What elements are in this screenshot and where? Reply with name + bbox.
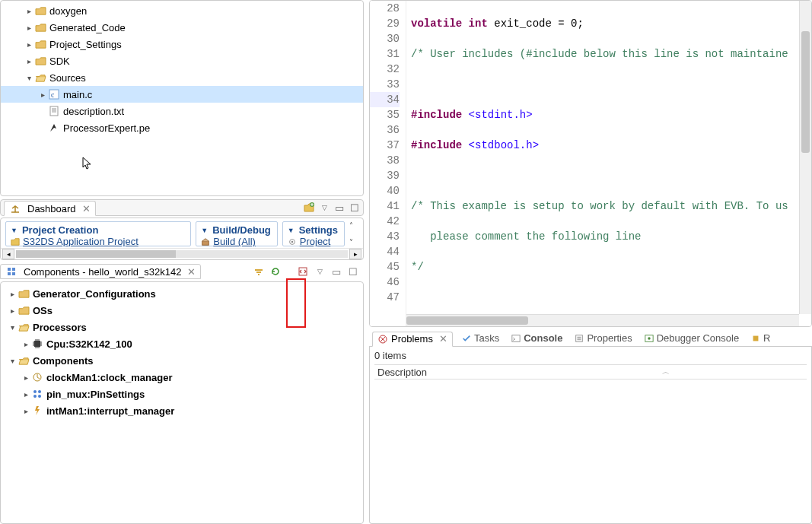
tab-console[interactable]: Console	[508, 332, 565, 344]
tree-item-main-c[interactable]: ▸ c main.c	[1, 86, 363, 103]
tree-label: Cpu:S32K142_100	[46, 338, 132, 350]
tree-item-doxygen[interactable]: ▸ doxygen	[1, 2, 363, 19]
scroll-left-icon[interactable]: ◂	[2, 249, 14, 259]
tab-problems[interactable]: Problems ✕	[372, 332, 453, 347]
tree-label: Sources	[49, 72, 86, 84]
tree-label: OSs	[33, 305, 53, 316]
tab-tasks[interactable]: Tasks	[459, 332, 502, 344]
refresh-icon[interactable]	[269, 265, 282, 278]
dash-card-project-creation[interactable]: ▼Project Creation S32DS Application Proj…	[5, 221, 191, 246]
expand-icon[interactable]: ▸	[24, 22, 34, 33]
folder-open-icon	[18, 354, 30, 367]
editor-text[interactable]: volatile int exit_code = 0; /* User incl…	[406, 1, 811, 326]
expand-icon[interactable]: ▸	[7, 288, 18, 299]
minimize-icon[interactable]: ▭	[334, 202, 345, 213]
comp-item-oss[interactable]: ▸ OSs	[1, 302, 363, 319]
tree-label: Project_Settings	[49, 39, 122, 50]
expand-icon[interactable]: ▸	[7, 305, 18, 316]
cfile-icon: c	[48, 88, 60, 100]
collapse-icon[interactable]: ▾	[24, 72, 34, 83]
dashboard-body: ▼Project Creation S32DS Application Proj…	[0, 218, 364, 260]
minimize-icon[interactable]: ▭	[330, 265, 342, 278]
dash-card-build-debug[interactable]: ▼Build/Debug Build (All)	[196, 221, 277, 246]
view-menu-icon[interactable]: ▽	[314, 265, 326, 278]
tree-item-sdk[interactable]: ▸ SDK	[1, 52, 363, 69]
comp-item-interrupt[interactable]: ▸ intMan1:interrupt_manager	[1, 402, 363, 419]
editor-hscrollbar[interactable]	[406, 314, 799, 326]
dashboard-hscrollbar[interactable]: ◂ ▸	[1, 248, 363, 259]
tab-properties[interactable]: Properties	[572, 332, 635, 344]
problems-count: 0 items	[374, 350, 807, 364]
code-editor[interactable]: 28 29 30 31 32 33 34 35 36 37 38 39 40 4…	[369, 0, 812, 327]
processor-expert-icon	[48, 122, 60, 134]
folder-icon	[34, 21, 46, 33]
expand-icon[interactable]: ▸	[21, 338, 31, 349]
tree-item-project-settings[interactable]: ▸ Project_Settings	[1, 36, 363, 52]
maximize-icon[interactable]: ☐	[347, 265, 359, 278]
expand-icon[interactable]: ▸	[24, 5, 34, 16]
expand-icon[interactable]: ▸	[24, 39, 34, 49]
collapse-icon[interactable]: ▾	[7, 322, 18, 332]
expand-icon[interactable]: ▸	[37, 89, 48, 100]
dash-card-settings[interactable]: ▼Settings Project	[282, 221, 345, 246]
tree-label: doxygen	[49, 5, 87, 17]
scroll-down-icon[interactable]: ˅	[349, 238, 358, 246]
tree-item-processor-expert[interactable]: ▸ ProcessorExpert.pe	[1, 119, 363, 136]
tab-label: Problems	[391, 333, 433, 345]
svg-point-20	[33, 390, 37, 393]
close-icon[interactable]: ✕	[82, 203, 91, 214]
comp-item-components[interactable]: ▾ Components	[1, 352, 363, 369]
expand-icon[interactable]: ▸	[21, 372, 31, 383]
close-icon[interactable]: ✕	[439, 333, 447, 345]
dashboard-icon	[9, 202, 21, 214]
scroll-right-icon[interactable]: ▸	[349, 249, 361, 259]
tab-label: Debugger Console	[657, 332, 739, 344]
comp-item-processors[interactable]: ▾ Processors	[1, 319, 363, 335]
close-icon[interactable]: ✕	[187, 266, 196, 278]
components-icon	[5, 265, 18, 278]
tab-r[interactable]: R	[748, 332, 773, 344]
dash-link-label: S32DS Application Project	[23, 236, 139, 246]
expand-icon[interactable]: ▸	[21, 389, 31, 399]
project-explorer: ▸ doxygen ▸ Generated_Code ▸ Project_Set…	[0, 0, 364, 196]
comp-item-pinmux[interactable]: ▸ pin_mux:PinSettings	[1, 386, 363, 402]
collapse-icon[interactable]: ▾	[7, 355, 18, 366]
editor-gutter: 28 29 30 31 32 33 34 35 36 37 38 39 40 4…	[370, 1, 406, 326]
maximize-icon[interactable]: ☐	[349, 202, 360, 213]
comp-item-generator-configurations[interactable]: ▸ Generator_Configurations	[1, 285, 363, 302]
tree-item-generated-code[interactable]: ▸ Generated_Code	[1, 19, 363, 36]
tab-debugger-console[interactable]: Debugger Console	[642, 332, 742, 344]
expand-icon[interactable]: ▸	[24, 56, 34, 66]
comp-item-cpu[interactable]: ▸ Cpu:S32K142_100	[1, 335, 363, 352]
filter-icon[interactable]	[253, 265, 265, 278]
dashboard-tab[interactable]: Dashboard ✕	[4, 201, 96, 216]
svg-rect-2	[50, 106, 58, 116]
svg-point-9	[291, 240, 293, 243]
tab-label: Console	[524, 332, 562, 344]
svg-point-31	[648, 337, 650, 339]
expand-icon[interactable]: ▸	[21, 405, 31, 416]
components-tab[interactable]: Components - hello_world_s32k142 ✕	[0, 264, 201, 279]
tree-item-description[interactable]: ▸ description.txt	[1, 103, 363, 119]
tree-label: description.txt	[63, 106, 124, 117]
new-project-icon[interactable]	[304, 202, 314, 213]
problems-columns[interactable]: Description ︿	[374, 364, 807, 380]
tree-label: main.c	[63, 89, 92, 100]
dash-link-app-project[interactable]: S32DS Application Project	[11, 236, 139, 246]
dash-link-project[interactable]: Project	[288, 236, 330, 246]
tree-label: intMan1:interrupt_manager	[46, 405, 174, 417]
dash-link-label: Project	[300, 236, 330, 246]
svg-rect-10	[8, 268, 11, 271]
scroll-up-icon[interactable]: ˄	[349, 221, 358, 230]
editor-vscrollbar[interactable]	[799, 1, 811, 314]
comp-item-clock[interactable]: ▸ clockMan1:clock_manager	[1, 369, 363, 386]
col-description: Description	[377, 367, 427, 378]
tree-item-sources[interactable]: ▾ Sources	[1, 69, 363, 86]
svg-rect-16	[258, 274, 260, 275]
textfile-icon	[48, 105, 60, 117]
components-title: Components - hello_world_s32k142	[24, 266, 181, 278]
generate-code-icon[interactable]	[297, 265, 309, 278]
dash-link-build-all[interactable]: Build (All)	[201, 236, 256, 246]
view-menu-icon[interactable]: ▽	[319, 202, 330, 213]
chip-icon	[31, 338, 43, 350]
